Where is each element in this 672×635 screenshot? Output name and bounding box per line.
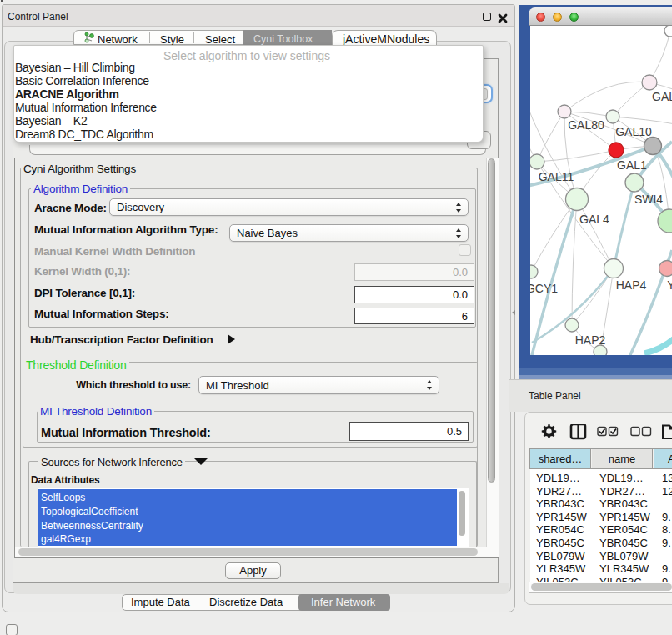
svg-text:HAP2: HAP2: [575, 333, 606, 347]
svg-text:GAL4: GAL4: [579, 212, 609, 226]
svg-text:HAP4: HAP4: [616, 278, 647, 292]
svg-text:GAL11: GAL11: [539, 170, 574, 183]
svg-text:Y: Y: [667, 278, 672, 292]
svg-text:GAL1: GAL1: [617, 158, 647, 172]
svg-text:GAL10: GAL10: [615, 125, 652, 138]
svg-text:GAL: GAL: [652, 90, 672, 103]
svg-text:SWI4: SWI4: [634, 192, 663, 206]
svg-text:GCY1: GCY1: [530, 282, 558, 295]
svg-text:GAL80: GAL80: [568, 118, 604, 132]
